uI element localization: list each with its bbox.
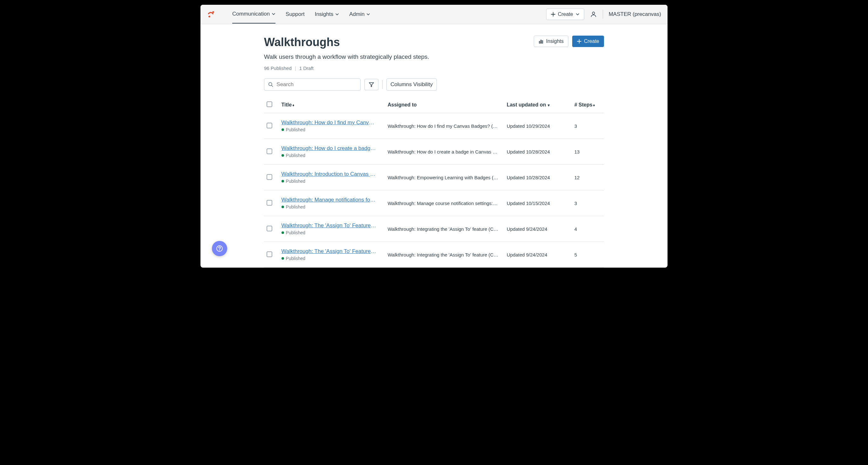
question-icon <box>216 245 223 252</box>
walkthroughs-table: Title♦ Assigned to Last updated on ▾ # S… <box>264 97 604 268</box>
walkthrough-title-link[interactable]: Walkthrough: Manage notifications for a … <box>281 197 377 203</box>
chevron-down-icon <box>366 12 370 16</box>
row-checkbox[interactable] <box>267 226 272 231</box>
nav-communication[interactable]: Communication <box>232 5 275 24</box>
status-line: Published <box>281 256 382 261</box>
steps-count: 4 <box>572 216 604 242</box>
divider <box>382 80 382 89</box>
status-line: Published <box>281 230 382 235</box>
assigned-to-text: Walkthrough: How do I create a badge in … <box>388 149 499 154</box>
svg-rect-3 <box>539 41 540 43</box>
table-row: Walkthrough: Introduction to Canvas Cre…… <box>264 165 604 191</box>
search-field[interactable] <box>264 79 361 91</box>
main-content: Walkthroughs Walk users through a workfl… <box>264 24 604 268</box>
insights-button[interactable]: Insights <box>534 36 568 47</box>
sort-icon: ♦ <box>292 103 294 108</box>
button-label: Insights <box>546 38 564 44</box>
svg-point-0 <box>209 16 210 18</box>
button-label: Create <box>584 38 599 44</box>
chevron-down-icon <box>576 12 580 16</box>
row-checkbox[interactable] <box>267 148 272 154</box>
col-header-title[interactable]: Title♦ <box>279 97 385 113</box>
main-nav: Communication Support Insights Admin <box>232 5 370 24</box>
status-label: Published <box>286 230 306 235</box>
status-line: Published <box>281 153 382 158</box>
row-checkbox[interactable] <box>267 123 272 128</box>
search-input[interactable] <box>276 81 356 88</box>
button-label: Columns Visibility <box>391 81 433 88</box>
status-label: Published <box>286 204 306 209</box>
table-row: Walkthrough: Manage notifications for a … <box>264 191 604 216</box>
nav-insights[interactable]: Insights <box>315 5 339 24</box>
user-icon[interactable] <box>590 11 597 18</box>
assigned-to-text: Walkthrough: Empowering Learning with Ba… <box>388 175 499 180</box>
status-dot-icon <box>281 206 284 208</box>
col-header-assigned[interactable]: Assigned to <box>385 97 504 113</box>
divider <box>603 10 603 19</box>
status-dot-icon <box>281 154 284 157</box>
svg-point-8 <box>219 250 220 251</box>
table-row: Walkthrough: How do I find my Canvas Ba…… <box>264 113 604 139</box>
table-row: Walkthrough: How do I create a badge in … <box>264 139 604 165</box>
row-checkbox[interactable] <box>267 252 272 257</box>
draft-count: 1 Draft <box>299 65 314 71</box>
published-count: 96 Published <box>264 65 292 71</box>
plus-icon <box>577 39 582 43</box>
page-title: Walkthroughs <box>264 36 429 49</box>
status-label: Published <box>286 127 306 132</box>
select-all-checkbox[interactable] <box>267 101 272 107</box>
nav-label: Insights <box>315 11 334 18</box>
toolbar: Columns Visibility <box>264 79 604 91</box>
status-dot-icon <box>281 180 284 182</box>
nav-label: Admin <box>349 11 365 18</box>
status-dot-icon <box>281 231 284 234</box>
walkthrough-title-link[interactable]: Walkthrough: How do I find my Canvas Ba… <box>281 119 377 126</box>
updated-text: Updated 10/28/2024 <box>504 165 572 191</box>
updated-text: Updated 9/24/2024 <box>504 242 572 268</box>
columns-visibility-button[interactable]: Columns Visibility <box>386 79 437 91</box>
chevron-down-icon <box>272 12 275 16</box>
status-line: Published <box>281 127 382 132</box>
status-line: Published <box>281 179 382 184</box>
nav-label: Communication <box>232 11 270 17</box>
walkthrough-title-link[interactable]: Walkthrough: The 'Assign To' Feature in … <box>281 223 377 229</box>
table-row: Walkthrough: The 'Assign To' Feature in … <box>264 242 604 268</box>
status-line: 96 Published | 1 Draft <box>264 65 604 71</box>
username-label[interactable]: MASTER (precanvas) <box>609 11 661 18</box>
app-logo[interactable] <box>207 10 216 19</box>
status-label: Published <box>286 153 306 158</box>
walkthrough-title-link[interactable]: Walkthrough: The 'Assign To' Feature in … <box>281 248 377 255</box>
assigned-to-text: Walkthrough: Integrating the 'Assign To'… <box>388 226 499 232</box>
svg-rect-4 <box>540 40 541 43</box>
assigned-to-text: Walkthrough: How do I find my Canvas Bad… <box>388 123 499 129</box>
search-icon <box>268 82 273 87</box>
steps-count: 3 <box>572 191 604 216</box>
nav-label: Support <box>286 11 305 18</box>
updated-text: Updated 10/28/2024 <box>504 139 572 165</box>
assigned-to-text: Walkthrough: Integrating the 'Assign To'… <box>388 252 499 257</box>
col-header-steps[interactable]: # Steps♦ <box>572 97 604 113</box>
row-checkbox[interactable] <box>267 174 272 180</box>
top-bar: Communication Support Insights Admin <box>200 5 668 24</box>
help-fab[interactable] <box>212 241 227 256</box>
col-header-updated[interactable]: Last updated on ▾ <box>504 97 572 113</box>
assigned-to-text: Walkthrough: Manage course notification … <box>388 201 499 206</box>
steps-count: 12 <box>572 165 604 191</box>
walkthrough-title-link[interactable]: Walkthrough: How do I create a badge in … <box>281 145 377 152</box>
create-button[interactable]: Create <box>572 36 604 47</box>
updated-text: Updated 9/24/2024 <box>504 216 572 242</box>
updated-text: Updated 10/29/2024 <box>504 113 572 139</box>
walkthrough-title-link[interactable]: Walkthrough: Introduction to Canvas Cre… <box>281 171 377 177</box>
nav-support[interactable]: Support <box>286 5 305 24</box>
svg-rect-5 <box>542 41 543 43</box>
steps-count: 5 <box>572 242 604 268</box>
plus-icon <box>551 12 555 17</box>
nav-admin[interactable]: Admin <box>349 5 370 24</box>
sort-desc-icon: ▾ <box>547 103 549 108</box>
bar-chart-icon <box>538 39 544 44</box>
status-line: Published <box>281 204 382 209</box>
topbar-create-button[interactable]: Create <box>546 8 584 20</box>
filter-button[interactable] <box>365 79 378 90</box>
status-dot-icon <box>281 128 284 131</box>
row-checkbox[interactable] <box>267 200 272 206</box>
